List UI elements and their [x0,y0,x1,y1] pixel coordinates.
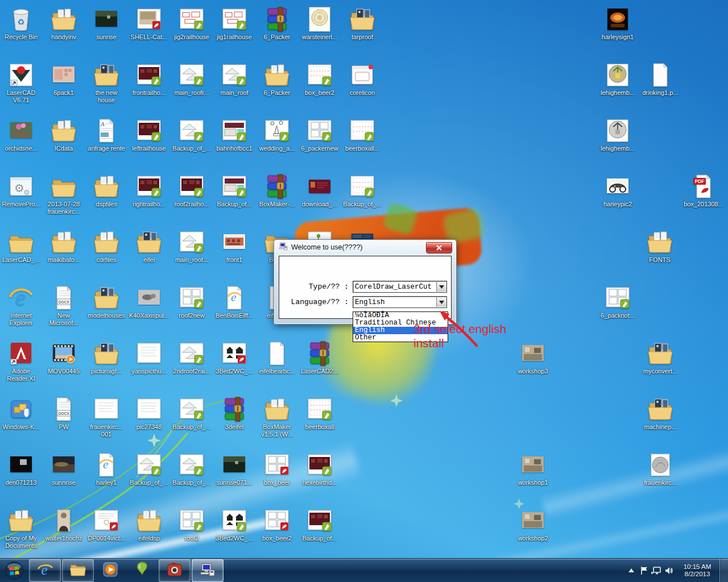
photo-workshop-icon [508,451,558,479]
icon-label: beerboxall [295,423,345,431]
desktop-icon[interactable]: PDFbox_201308... [679,173,728,208]
icon-label: Backup_of... [295,535,345,542]
svg-text:e: e [41,562,48,578]
icon-label: workshop3 [508,368,558,375]
installer-icon [200,562,216,580]
icon-label: workshop1 [508,479,558,487]
system-tray: 10:15 AM 8/2/2013 [625,559,728,582]
thumb-corel-darkred-icon [295,507,345,534]
clock-date: 8/2/2013 [677,571,717,578]
desktop-icon[interactable]: drinking1.p... [635,61,685,97]
windows-start-icon [5,561,24,580]
language-combobox-arrow[interactable] [436,297,446,307]
dialog-body: Type/?? : CorelDraw_LaserCut Language/??… [279,256,452,319]
language-combobox[interactable]: English [353,296,447,308]
media-player-icon [102,562,118,580]
thumb-corel-dashed-icon [337,173,387,200]
volume-icon[interactable] [663,559,675,582]
svg-text:PDF: PDF [695,178,705,184]
flag-icon [640,566,648,575]
photo-workshop-icon [508,340,558,367]
icon-label: beerboxall... [337,145,387,152]
app-corelwin-icon [337,61,387,89]
desktop-icon[interactable]: harleypic2 [593,173,643,208]
icon-label: Backup_of_... [337,201,387,208]
desktop-icon[interactable]: harleysign1 [593,6,643,41]
emblem-grey-icon [593,117,643,144]
show-hidden-icons-button[interactable] [625,559,638,582]
desktop-icon[interactable]: frauenkirc... [635,451,685,487]
desktop-icon[interactable]: 6_packnot... [593,284,643,319]
desktop-icon[interactable]: workshop1 [508,451,558,487]
close-button[interactable] [426,242,452,253]
taskbar-internet-explorer-button[interactable]: e [29,559,61,582]
icon-label: frauenkirc... [635,479,685,487]
type-combobox[interactable]: CorelDraw_LaserCut [353,281,447,293]
close-icon [436,245,442,251]
chevron-down-icon [439,301,444,304]
photo-moto-icon [593,173,643,200]
desktop-icon[interactable]: hexebirthd... [295,451,345,487]
language-label: Language/?? : [282,298,349,306]
chevron-down-icon [439,285,444,289]
svg-text:A: A [100,120,105,127]
dialog-title: Welcome to use(????) [291,243,363,251]
installer-icon [279,242,288,253]
action-center-icon[interactable] [638,559,650,582]
taskbar-media-player-button[interactable] [95,560,126,581]
desktop-icon[interactable]: lehighemb... [593,117,643,152]
desktop-icon[interactable]: LaserCAD2... [295,340,345,375]
desktop-icon[interactable]: beerboxall... [337,117,387,152]
desktop-icon[interactable]: beerboxall [295,396,345,431]
show-desktop-button[interactable] [719,559,728,582]
desktop-icon[interactable]: myconvert... [635,340,685,375]
windows-explorer-icon [69,562,87,579]
taskbar-windows-explorer-button[interactable] [62,559,94,582]
icon-label: lehighemb... [593,145,643,152]
icon-label: FONTS [635,256,685,264]
desktop-icon[interactable]: FONTS [635,228,685,264]
desktop-icon[interactable]: Backup_of... [295,507,345,542]
icon-label: hexebirthd... [295,479,345,487]
start-button[interactable] [0,559,28,582]
chevron-up-icon [628,568,634,572]
folder-pics-icon [635,340,685,367]
desktop-icon[interactable]: workshop2 [508,507,558,542]
icon-label: 6_packnot... [593,312,643,319]
wallpaper-green-pane [382,202,419,236]
desktop-icon[interactable]: tarproof [337,6,387,41]
taskbar: e [0,558,728,582]
network-icon[interactable] [650,559,663,582]
desktop-icon[interactable]: workshop3 [508,340,558,375]
speaker-icon [664,566,673,575]
taskbar-coreldraw-button[interactable] [127,560,158,581]
svg-text:DOCX: DOCX [59,300,69,304]
photo-workshop-icon [508,507,558,534]
taskbar-installer-button[interactable] [192,559,224,582]
photo-sign-icon [593,6,643,33]
svg-text:e: e [231,290,237,304]
camera-app-icon [167,562,183,580]
taskbar-camera-app-button[interactable] [159,559,191,582]
icon-label: harleypic2 [593,201,643,208]
clock[interactable]: 10:15 AM 8/2/2013 [675,563,719,578]
icon-label: corelicon [337,89,387,97]
folder-pics-icon [337,6,387,33]
type-combobox-value: CorelDraw_LaserCut [353,283,436,291]
installer-dialog-window: Welcome to use(????) Type/?? : CorelDraw… [274,239,457,325]
internet-explorer-icon: e [36,561,53,580]
network-monitor-icon [651,566,661,575]
icon-label: tarproof [337,34,387,41]
icon-label: machinep... [635,423,685,431]
coreldraw-icon [135,561,150,580]
winrar-icon [295,340,345,367]
desktop-icon[interactable]: machinep... [635,396,685,431]
type-combobox-arrow[interactable] [436,282,446,292]
desktop-icon[interactable]: Backup_of_... [337,173,387,208]
wallpaper-light-streak [541,438,728,521]
icon-label: drinking1.p... [635,89,685,97]
desktop-icon[interactable]: corelicon [337,61,387,97]
clock-time: 10:15 AM [677,563,717,571]
icon-label: workshop2 [508,535,558,542]
svg-text:⚙: ⚙ [23,188,30,197]
